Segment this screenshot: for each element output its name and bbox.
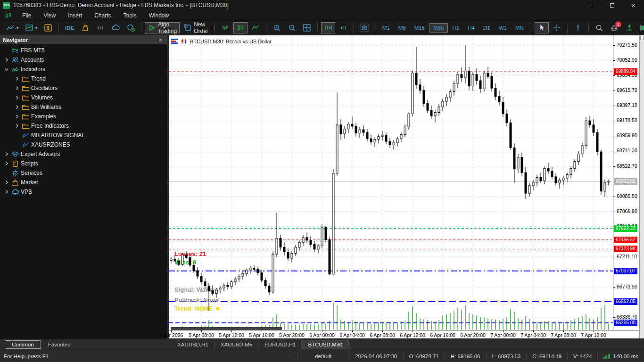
minimize-button[interactable]: – [580,0,602,10]
vps-cloud-button[interactable] [108,22,123,33]
tree-item-fbs-mt5[interactable]: FBS MT5 [0,46,167,55]
battery-indicator[interactable] [637,22,644,33]
chevron-right-icon[interactable] [13,114,21,119]
auto-scroll-button[interactable] [321,22,335,33]
timeframe-h1[interactable]: H1 [449,23,463,33]
chevron-right-icon[interactable] [13,85,21,91]
price-tick [613,136,615,136]
menu-charts[interactable]: Charts [88,11,117,20]
connection-level-icon[interactable]: LVL [622,22,636,33]
candlestick-chart-type-button[interactable] [233,22,248,33]
chevron-right-icon[interactable] [13,95,21,100]
toolbar-separator [266,23,266,33]
tree-item-oscillators[interactable]: Oscillators [0,83,167,93]
zoom-in-button[interactable] [270,22,284,33]
tree-item-examples[interactable]: Examples [0,112,167,121]
tile-windows-button[interactable] [300,22,314,33]
tree-item-free-indicators[interactable]: Free Indicators [0,121,167,131]
line-chart-type-button[interactable] [248,22,263,33]
community-button[interactable] [124,22,138,33]
chart-tab-xauusd-m5[interactable]: XAUUSD,M5 [215,340,258,349]
chevron-right-icon[interactable] [13,123,21,129]
svg-text:$: $ [47,25,50,31]
chevron-right-icon[interactable] [3,189,10,195]
bar-chart-type-icon [221,24,230,32]
mt5-document-icon [5,12,12,19]
timeframe-w1[interactable]: W1 [495,23,511,33]
chart-tab-btcusd-m30[interactable]: BTCUSD,M30 [302,340,348,349]
screenshot-button[interactable] [357,22,372,33]
algo-trading-button-label: Algo Trading [158,21,177,34]
tree-item-label: Indicators [21,66,45,73]
algo-trading-button[interactable]: Algo Trading [145,22,180,33]
timeframe-mn[interactable]: MN [512,23,528,33]
tree-item-accounts[interactable]: Accounts [0,55,167,65]
level-price-badge: 67622.22 [614,225,637,232]
chevron-right-icon[interactable] [3,180,10,185]
tree-item-xausrzones[interactable]: XAUSRZONES [0,140,167,149]
timeframe-m15[interactable]: M15 [411,23,429,33]
scrollbar-thumb[interactable] [640,36,644,40]
tree-item-mb-arrow-signal[interactable]: MB ARROW SIGNAL [0,131,167,140]
tree-item-trend[interactable]: Trend [0,74,167,83]
timeframe-d1[interactable]: D1 [479,23,494,33]
chevron-right-icon[interactable] [13,104,21,110]
price-chart[interactable]: BTCUSD,M30: Bitcoin vs US Dollar Losses:… [169,35,613,330]
menu-view[interactable]: View [37,11,62,20]
timeframe-m1[interactable]: M1 [379,23,394,33]
tree-item-bill-williams[interactable]: Bill Williams [0,102,167,112]
timeframe-m30[interactable]: M30 [429,23,447,33]
tree-item-scripts[interactable]: Scripts [0,159,167,168]
navigator-close-icon[interactable]: × [157,36,164,43]
price-axis[interactable]: 70271.5070052.9069834.3069615.7069397.10… [613,35,639,330]
chevron-right-icon[interactable] [3,161,10,166]
vertical-line-tool-button[interactable] [571,22,585,33]
chart-tab-xauusd-h1[interactable]: XAUUSD,H1 [171,340,215,349]
chart-vertical-scrollbar[interactable] [639,35,644,338]
time-axis[interactable]: 5 Apr 20265 Apr 08:005 Apr 12:005 Apr 16… [169,330,639,338]
tree-item-volumes[interactable]: Volumes [0,93,167,102]
chevron-right-icon[interactable] [3,151,10,157]
menu-tools[interactable]: Tools [117,11,143,20]
status-open: O: 68978.71 [403,353,445,360]
crosshair-tool-button[interactable] [550,22,564,33]
tree-item-expert-advisors[interactable]: Expert Advisors [0,149,167,159]
chevron-right-icon[interactable] [3,57,10,63]
svg-text:Trend: NONE: Trend: NONE [174,305,213,312]
maximize-button[interactable] [602,0,623,10]
menu-insert[interactable]: Insert [62,11,88,20]
menu-file[interactable]: File [16,11,37,20]
chevron-right-icon[interactable] [13,76,21,82]
tree-item-market[interactable]: Market [0,178,167,187]
notifications-button[interactable]: 1 [607,22,621,33]
indicators-dropdown[interactable]: ▾ [22,22,40,33]
cursor-tool-button[interactable] [535,22,549,33]
symbols-button[interactable]: $ [41,22,55,33]
market-button[interactable] [78,22,92,33]
folder-icon [21,94,30,101]
timeframe-m5[interactable]: M5 [395,23,410,33]
time-tick-label: 7 Apr 12:00 [575,332,612,338]
panel-tab-favorites[interactable]: Favorites [41,340,77,349]
close-button[interactable]: × [623,0,644,10]
tree-item-services[interactable]: Services [0,168,167,178]
menu-window[interactable]: Window [143,11,175,20]
signals-button[interactable] [93,22,107,33]
panel-tab-common[interactable]: Common [5,340,41,349]
new-order-button[interactable]: New Order [181,22,211,33]
tree-item-indicators[interactable]: Indicators [0,65,167,74]
bar-chart-type-button[interactable] [218,22,232,33]
folder-icon [21,75,30,82]
status-profile[interactable]: default [297,353,349,360]
tree-item-vps[interactable]: VPS [0,187,167,197]
candlestick-chart-type-icon [236,24,245,32]
ide-icon: IDE [65,25,74,31]
chart-template-dropdown[interactable]: ▾ [3,22,21,33]
chevron-down-icon[interactable] [3,66,10,72]
search-button[interactable] [592,22,606,33]
chart-shift-button[interactable] [336,22,350,33]
zoom-out-button[interactable] [285,22,299,33]
timeframe-h4[interactable]: H4 [464,23,479,33]
chart-tab-eurusd-h1[interactable]: EURUSD,H1 [258,340,302,349]
metaeditor-ide-button[interactable]: IDE [62,22,77,33]
